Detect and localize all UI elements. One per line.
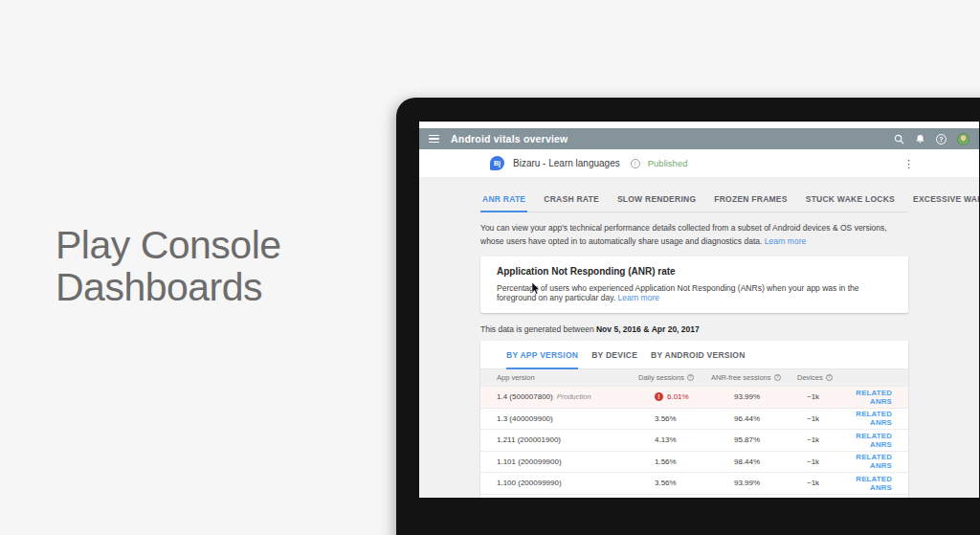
app-bar: Android vitals overview ? (419, 128, 979, 149)
app-name: Bizaru - Learn languages (513, 158, 620, 168)
slide-title-line2: Dashboards (56, 266, 281, 308)
app-version: 1.101 (200099900) (497, 457, 562, 466)
related-anrs-link[interactable]: RELATED ANRS (856, 432, 892, 449)
table-row: 1.4 (500007800)Production!6.01%93.99%~1k… (480, 386, 908, 408)
devices-value: ~1k (807, 392, 819, 401)
column-header-devices: Devices? (795, 373, 850, 382)
devices-value: ~1k (807, 457, 819, 466)
notifications-icon[interactable] (915, 134, 925, 145)
data-range-start: Nov 5, 2016 (596, 324, 641, 334)
main-content: ANR RATECRASH RATESLOW RENDERINGFROZEN F… (419, 177, 979, 498)
table-tabs: BY APP VERSIONBY DEVICEBY ANDROID VERSIO… (480, 341, 908, 369)
anr-free-sessions-value: 95.87% (734, 435, 760, 444)
vitals-tabs: ANR RATECRASH RATESLOW RENDERINGFROZEN F… (480, 194, 908, 212)
related-anrs-link[interactable]: RELATED ANRS (856, 475, 892, 492)
actions-cell: RELATED ANRS (850, 475, 908, 492)
related-anrs-link[interactable]: RELATED ANRS (856, 453, 892, 470)
anr-free-sessions-cell: 96.44% (711, 414, 795, 423)
column-label: App version (497, 373, 535, 382)
devices-value: ~1k (807, 414, 819, 423)
related-anrs-link[interactable]: RELATED ANRS (856, 496, 892, 498)
daily-sessions-value: 4.13% (655, 435, 677, 444)
app-header: Bj Bizaru - Learn languages i Published … (419, 149, 979, 177)
anr-free-sessions-value: 93.99% (734, 479, 760, 487)
daily-sessions-cell: 4.13% (636, 435, 711, 444)
tab-stuck-wake-locks[interactable]: STUCK WAKE LOCKS (804, 194, 897, 212)
devices-cell: ~1k (795, 457, 850, 466)
avatar[interactable] (957, 133, 969, 145)
anr-card-title: Application Not Responding (ANR) rate (497, 266, 892, 277)
app-version-cell: 1.3 (400009900) (480, 414, 636, 423)
help-icon[interactable]: ? (936, 134, 947, 145)
intro-body: You can view your app's technical perfor… (480, 223, 887, 246)
table-row: 1.050 (10005000)4.13%96.44%~1kRELATED AN… (480, 494, 908, 498)
tab-anr-rate[interactable]: ANR RATE (480, 194, 527, 212)
actions-cell: RELATED ANRS (850, 453, 908, 470)
menu-icon[interactable] (429, 135, 439, 144)
slide-title: Play Console Dashboards (56, 224, 281, 308)
actions-cell: RELATED ANRS (850, 410, 908, 427)
tab-excessive-wakeups[interactable]: EXCESSIVE WAKEUPS (911, 194, 979, 212)
related-anrs-link[interactable]: RELATED ANRS (856, 410, 892, 427)
tab-by-android-version[interactable]: BY ANDROID VERSION (651, 350, 746, 368)
tab-by-device[interactable]: BY DEVICE (591, 350, 637, 368)
app-version: 1.3 (400009900) (497, 414, 553, 423)
devices-cell: ~1k (795, 414, 850, 423)
app-version-cell: 1.101 (200099900) (480, 457, 636, 466)
anr-free-sessions-cell: 93.99% (711, 479, 795, 487)
intro-text: You can view your app's technical perfor… (480, 222, 908, 248)
kebab-menu-icon[interactable]: ⋮ (903, 158, 914, 168)
daily-sessions-cell: 1.56% (636, 457, 711, 466)
anr-free-sessions-cell: 95.87% (711, 435, 795, 444)
app-version-cell: 1.4 (500007800)Production (480, 392, 636, 401)
table-body: 1.4 (500007800)Production!6.01%93.99%~1k… (480, 386, 908, 498)
table-header: App versionDaily sessions?ANR-free sessi… (480, 369, 908, 386)
devices-value: ~1k (807, 479, 819, 487)
column-header-app-version: App version (480, 373, 636, 382)
daily-sessions-cell: 3.56% (636, 414, 711, 423)
anr-table-card: BY APP VERSIONBY DEVICEBY ANDROID VERSIO… (480, 341, 908, 498)
column-label: Devices (797, 373, 823, 382)
column-header-anr-free-sessions: ANR-free sessions? (711, 373, 795, 382)
app-version: 1.4 (500007800) (497, 392, 553, 401)
anr-card-description: Percentage of users who experienced Appl… (497, 283, 858, 302)
daily-sessions-cell: 3.56% (636, 479, 711, 487)
devices-value: ~1k (807, 435, 819, 444)
status-badge: Published (648, 158, 688, 168)
info-icon[interactable]: i (631, 159, 640, 168)
data-range-separator: & (643, 324, 649, 334)
data-range-prefix: This data is generated between (480, 324, 594, 334)
anr-rate-card: Application Not Responding (ANR) rate Pe… (480, 256, 908, 313)
slide: Play Console Dashboards Android vitals o… (0, 0, 980, 535)
page-title: Android vitals overview (451, 133, 568, 145)
search-icon[interactable] (894, 134, 904, 145)
help-icon[interactable]: ? (826, 374, 833, 381)
help-icon[interactable]: ? (687, 374, 694, 381)
help-icon[interactable]: ? (774, 374, 781, 381)
anr-free-sessions-cell: 93.99% (711, 392, 795, 401)
table-row: 1.100 (200099990)3.56%93.99%~1kRELATED A… (480, 472, 908, 494)
data-range-end: Apr 20, 2017 (652, 324, 700, 334)
learn-more-link[interactable]: Learn more (765, 236, 806, 246)
related-anrs-link[interactable]: RELATED ANRS (856, 389, 892, 406)
table-row: 1.3 (400009900)3.56%96.44%~1kRELATED ANR… (480, 408, 908, 430)
tab-by-app-version[interactable]: BY APP VERSION (506, 350, 578, 369)
learn-more-link[interactable]: Learn more (618, 293, 659, 302)
table-row: 1.101 (200099900)1.56%98.44%~1kRELATED A… (480, 451, 908, 473)
anr-free-sessions-value: 98.44% (734, 457, 760, 466)
tab-crash-rate[interactable]: CRASH RATE (542, 194, 601, 212)
laptop-screen: Android vitals overview ? Bj (419, 122, 979, 498)
actions-cell: RELATED ANRS (850, 496, 908, 498)
app-version: 1.211 (200001900) (497, 435, 561, 444)
daily-sessions-cell: !6.01% (636, 392, 711, 401)
app-bar-actions: ? (894, 133, 973, 145)
column-label: Daily sessions (638, 373, 684, 382)
devices-cell: ~1k (795, 392, 850, 401)
tab-frozen-frames[interactable]: FROZEN FRAMES (712, 194, 789, 212)
daily-sessions-value: 1.56% (655, 457, 677, 466)
daily-sessions-value: 6.01% (667, 392, 689, 401)
devices-cell: ~1k (795, 435, 850, 444)
tab-slow-rendering[interactable]: SLOW RENDERING (615, 194, 698, 212)
slide-title-line1: Play Console (56, 224, 281, 266)
app-version-cell: 1.100 (200099990) (480, 479, 636, 487)
